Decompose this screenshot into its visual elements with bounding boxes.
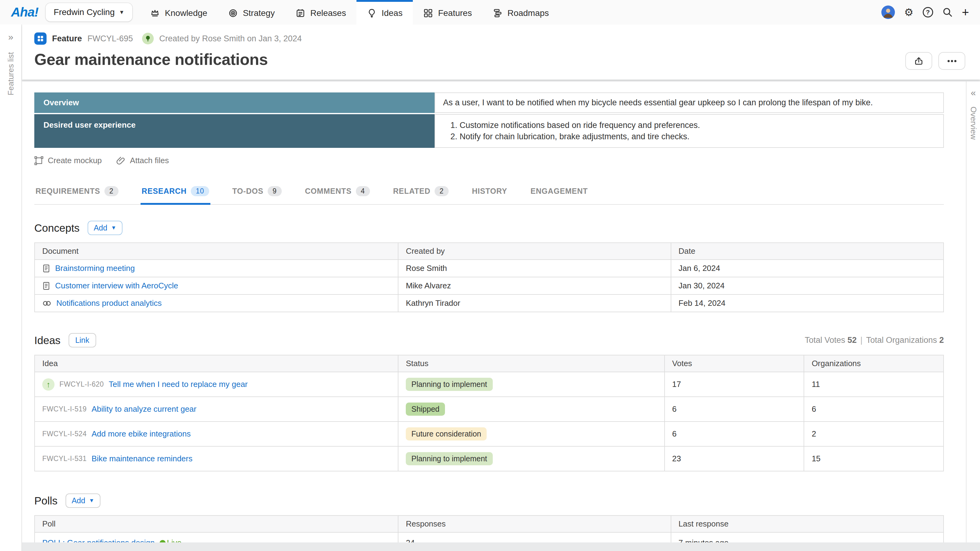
tab-comments[interactable]: COMMENTS4	[304, 181, 371, 205]
add-icon[interactable]: +	[962, 6, 969, 18]
nav-item-label: Strategy	[243, 8, 275, 18]
top-nav: Aha! Fredwin Cycling ▼ Knowledge Strateg…	[0, 0, 980, 24]
last-response-cell: 7 minutes ago	[671, 532, 943, 542]
column-header: Organizations	[804, 355, 943, 372]
column-header: Last response	[671, 516, 943, 532]
table-row: Notifications product analytics Kathryn …	[35, 294, 943, 312]
idea-id: FWCYL-I-531	[42, 454, 87, 463]
user-avatar[interactable]	[881, 5, 895, 19]
concepts-add-button[interactable]: Add▼	[88, 221, 123, 235]
nav-item-ideas[interactable]: Ideas	[356, 0, 413, 24]
idea-link[interactable]: Tell me when I need to replace my gear	[109, 380, 248, 389]
organizations-cell: 15	[804, 446, 943, 471]
create-mockup-button[interactable]: Create mockup	[34, 156, 102, 165]
knowledge-icon	[150, 8, 160, 18]
search-icon[interactable]	[942, 7, 953, 17]
chevron-down-icon: ▼	[89, 497, 94, 504]
expand-left-icon[interactable]: «	[971, 87, 976, 98]
record-header: Feature FWCYL-695 Created by Rose Smith …	[22, 24, 980, 79]
ideas-heading: Ideas	[34, 334, 60, 346]
features-icon	[423, 8, 433, 18]
column-header: Votes	[665, 355, 804, 372]
concept-link[interactable]: Notifications product analytics	[56, 299, 162, 308]
table-row: FWCYL-I-531 Bike maintenance reminders P…	[35, 446, 943, 471]
date-cell: Jan 6, 2024	[671, 260, 943, 277]
project-name: Fredwin Cycling	[54, 7, 115, 17]
share-button[interactable]	[905, 52, 932, 70]
idea-link[interactable]: Bike maintenance reminders	[92, 454, 192, 464]
table-row: POLL: Gear notifications design Live 24 …	[35, 532, 943, 542]
organizations-cell: 2	[804, 421, 943, 446]
document-icon	[42, 282, 50, 290]
poll-link[interactable]: POLL: Gear notifications design	[42, 538, 155, 542]
page-body: » Features list Feature FWCYL-695 Create…	[0, 24, 980, 551]
concept-link[interactable]: Customer interview with AeroCycle	[55, 281, 178, 291]
ideas-link-button[interactable]: Link	[68, 333, 96, 348]
expand-right-icon[interactable]: »	[8, 32, 13, 42]
record-tabs: REQUIREMENTS2 RESEARCH10 TO-DOS9 COMMENT…	[34, 181, 944, 205]
column-header: Date	[671, 243, 943, 260]
status-badge: Planning to implement	[406, 378, 492, 391]
tab-history[interactable]: HISTORY	[471, 181, 508, 205]
ideas-icon	[367, 8, 377, 18]
tab-todos[interactable]: TO-DOS9	[231, 181, 283, 205]
features-list-rail[interactable]: » Features list	[0, 24, 22, 551]
tab-engagement[interactable]: ENGAGEMENT	[529, 181, 589, 205]
idea-id: FWCYL-I-524	[42, 430, 87, 438]
overview-fields-table: Overview As a user, I want to be notifie…	[34, 92, 944, 148]
document-icon	[42, 264, 50, 273]
project-switcher[interactable]: Fredwin Cycling ▼	[46, 3, 132, 21]
attach-files-button[interactable]: Attach files	[116, 156, 169, 165]
table-row: FWCYL-I-519 Ability to analyze current g…	[35, 397, 943, 421]
nav-item-strategy[interactable]: Strategy	[218, 0, 285, 24]
nav-item-label: Roadmaps	[508, 8, 549, 18]
date-cell: Feb 14, 2024	[671, 294, 943, 312]
idea-link[interactable]: Ability to analyze current gear	[92, 404, 197, 414]
nav-item-knowledge[interactable]: Knowledge	[140, 0, 218, 24]
organizations-cell: 6	[804, 397, 943, 421]
idea-origin-badge[interactable]	[142, 33, 154, 44]
settings-gear-icon[interactable]: ⚙	[904, 7, 913, 17]
main-column: Feature FWCYL-695 Created by Rose Smith …	[22, 24, 980, 551]
polls-heading: Polls	[34, 495, 57, 507]
overview-rail[interactable]: « Overview	[966, 81, 980, 542]
record-type-label: Feature	[52, 34, 82, 43]
table-row: Customer interview with AeroCycle Mike A…	[35, 277, 943, 294]
tab-research[interactable]: RESEARCH10	[140, 181, 210, 205]
record-id: FWCYL-695	[88, 34, 133, 43]
page-title: Gear maintenance notifications	[34, 50, 268, 68]
column-header: Responses	[398, 516, 671, 532]
ideas-totals: Total Votes 52|Total Organizations 2	[805, 335, 944, 345]
polls-add-button[interactable]: Add▼	[65, 494, 100, 508]
linked-doc-icon	[42, 299, 51, 307]
nav-item-releases[interactable]: Releases	[285, 0, 356, 24]
nav-item-label: Releases	[310, 8, 346, 18]
created-by-cell: Rose Smith	[398, 260, 671, 277]
more-options-button[interactable]	[939, 52, 965, 70]
nav-item-label: Ideas	[382, 8, 403, 18]
nav-item-features[interactable]: Features	[413, 0, 482, 24]
column-header: Created by	[398, 243, 671, 260]
tab-requirements[interactable]: REQUIREMENTS2	[34, 181, 120, 205]
concept-link[interactable]: Brainstorming meeting	[55, 264, 135, 273]
date-cell: Jan 30, 2024	[671, 277, 943, 294]
nav-item-roadmaps[interactable]: Roadmaps	[482, 0, 559, 24]
idea-link[interactable]: Add more ebike integrations	[92, 429, 191, 439]
help-icon[interactable]: ?	[923, 7, 933, 17]
overview-rail-label: Overview	[969, 106, 978, 140]
research-tab-content: Overview As a user, I want to be notifie…	[22, 81, 966, 542]
created-by-cell: Mike Alvarez	[398, 277, 671, 294]
nav-item-label: Features	[438, 8, 472, 18]
aha-logo[interactable]: Aha!	[0, 0, 45, 24]
status-badge: Shipped	[406, 403, 445, 416]
list-item: Customize notifications based on ride fr…	[460, 120, 935, 131]
chevron-down-icon: ▼	[119, 9, 125, 16]
desired-ux-field-value: Customize notifications based on ride fr…	[434, 114, 944, 148]
votes-cell: 6	[665, 397, 804, 421]
overview-field-label: Overview	[34, 92, 434, 113]
column-header: Poll	[35, 516, 398, 532]
idea-id: FWCYL-I-519	[42, 405, 87, 413]
column-header: Document	[35, 243, 398, 260]
releases-icon	[296, 8, 305, 18]
tab-related[interactable]: RELATED2	[392, 181, 450, 205]
